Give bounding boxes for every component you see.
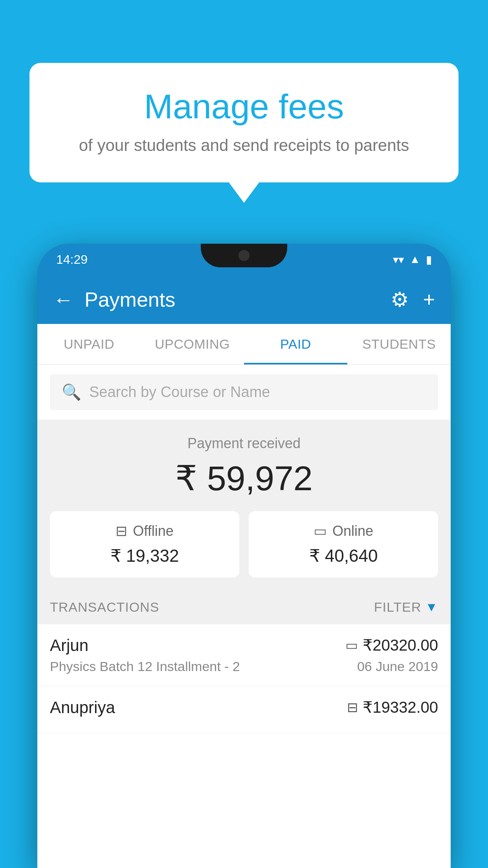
page-title: Payments — [84, 288, 391, 311]
add-button[interactable]: + — [423, 288, 435, 311]
search-icon: 🔍 — [62, 383, 81, 401]
search-bar[interactable]: 🔍 Search by Course or Name — [50, 374, 438, 410]
camera-dot — [238, 250, 250, 261]
bubble-title: Manage fees — [61, 86, 427, 127]
tab-paid[interactable]: PAID — [244, 324, 347, 364]
transactions-label: TRANSACTIONS — [50, 600, 159, 615]
battery-icon: ▮ — [426, 253, 432, 266]
transaction-row-2: Anupriya ⊟ ₹19332.00 — [50, 698, 438, 717]
filter-button[interactable]: FILTER ▼ — [374, 600, 438, 615]
transaction-amount: ₹19332.00 — [363, 698, 438, 716]
transaction-date: 06 June 2019 — [357, 659, 438, 674]
payment-total-amount: ₹ 59,972 — [50, 458, 438, 498]
wifi-icon: ▾▾ — [393, 253, 404, 266]
phone-frame: 14:29 ▾▾ ▲ ▮ ← Payments ⚙ + UNPAID UPCOM… — [37, 244, 451, 868]
offline-payment-icon: ⊟ — [347, 699, 358, 715]
status-icons: ▾▾ ▲ ▮ — [393, 253, 432, 266]
filter-label: FILTER — [374, 600, 422, 615]
transaction-name: Arjun — [50, 636, 88, 655]
bubble-subtitle: of your students and send receipts to pa… — [61, 136, 427, 155]
offline-label: Offline — [133, 523, 173, 539]
tab-unpaid[interactable]: UNPAID — [37, 324, 141, 364]
offline-payment-card: ⊟ Offline ₹ 19,332 — [50, 511, 239, 577]
payment-summary: Payment received ₹ 59,972 ⊟ Offline ₹ 19… — [37, 419, 451, 590]
back-button[interactable]: ← — [53, 288, 73, 311]
transaction-row-1: Arjun ▭ ₹20320.00 — [50, 636, 438, 655]
online-payment-card: ▭ Online ₹ 40,640 — [249, 511, 438, 577]
settings-icon[interactable]: ⚙ — [391, 288, 409, 311]
transaction-name: Anupriya — [50, 698, 115, 717]
offline-amount: ₹ 19,332 — [59, 546, 230, 566]
status-time: 14:29 — [56, 252, 88, 267]
tab-students[interactable]: STUDENTS — [347, 324, 451, 364]
tabs: UNPAID UPCOMING PAID STUDENTS — [37, 324, 451, 365]
filter-icon: ▼ — [425, 600, 438, 614]
list-item[interactable]: Arjun ▭ ₹20320.00 Physics Batch 12 Insta… — [37, 624, 451, 686]
app-screen: ← Payments ⚙ + UNPAID UPCOMING PAID STUD… — [37, 275, 451, 868]
transaction-amount: ₹20320.00 — [363, 636, 438, 654]
signal-icon: ▲ — [409, 253, 420, 266]
transaction-list: Arjun ▭ ₹20320.00 Physics Batch 12 Insta… — [37, 624, 451, 868]
online-icon: ▭ — [314, 523, 327, 539]
payment-cards: ⊟ Offline ₹ 19,332 ▭ Online ₹ 40,640 — [50, 511, 438, 577]
transaction-amount-container: ⊟ ₹19332.00 — [347, 698, 438, 716]
search-container: 🔍 Search by Course or Name — [37, 365, 451, 419]
offline-icon: ⊟ — [116, 523, 127, 539]
status-bar: 14:29 ▾▾ ▲ ▮ — [37, 244, 451, 275]
transaction-course: Physics Batch 12 Installment - 2 — [50, 659, 240, 674]
online-label: Online — [332, 523, 373, 539]
tab-upcoming[interactable]: UPCOMING — [141, 324, 244, 364]
speech-bubble-container: Manage fees of your students and send re… — [29, 63, 459, 182]
transactions-header: TRANSACTIONS FILTER ▼ — [37, 590, 451, 624]
speech-bubble: Manage fees of your students and send re… — [29, 63, 459, 182]
header-actions: ⚙ + — [391, 288, 435, 311]
list-item[interactable]: Anupriya ⊟ ₹19332.00 — [37, 686, 451, 733]
phone-notch — [201, 244, 287, 267]
transaction-detail-row-1: Physics Batch 12 Installment - 2 06 June… — [50, 659, 438, 674]
app-header: ← Payments ⚙ + — [37, 275, 451, 324]
online-amount: ₹ 40,640 — [258, 546, 429, 566]
payment-received-label: Payment received — [50, 435, 438, 452]
transaction-amount-container: ▭ ₹20320.00 — [345, 636, 438, 654]
card-payment-icon: ▭ — [345, 637, 358, 653]
search-input[interactable]: Search by Course or Name — [89, 384, 270, 401]
